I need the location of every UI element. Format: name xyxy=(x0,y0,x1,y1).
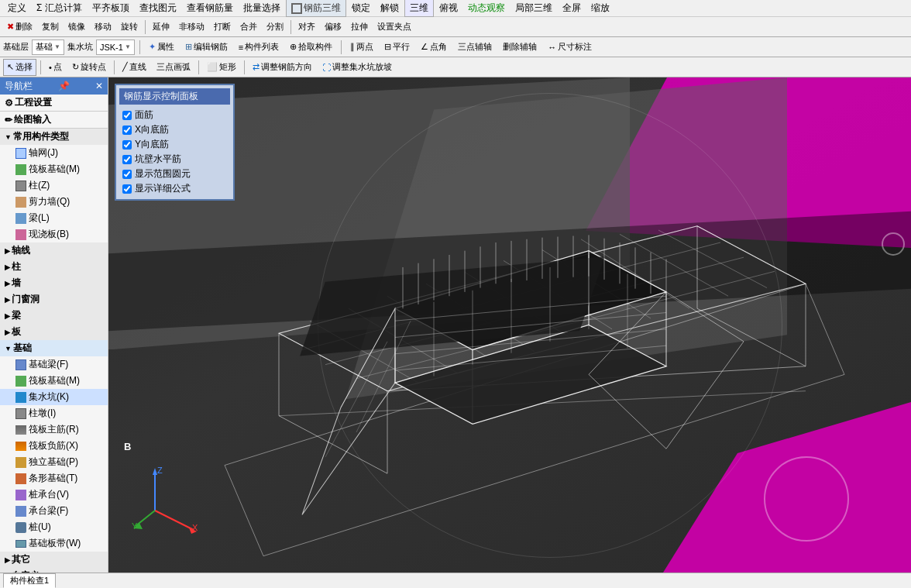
sidebar-item-col[interactable]: 柱(Z) xyxy=(0,177,108,194)
sidebar-item-draw-input[interactable]: ✏ 绘图输入 xyxy=(0,112,108,129)
rebar-control-panel[interactable]: 钢筋显示控制面板 面筋 X向底筋 Y向底筋 坑壁水平筋 显示范围圆元 xyxy=(115,84,235,201)
show-detail-formula-checkbox[interactable] xyxy=(122,184,132,194)
align-button[interactable]: 对齐 xyxy=(294,19,319,36)
delete-button[interactable]: ✖保存删除 xyxy=(3,19,36,36)
sidebar-group-beam[interactable]: ▶ 梁 xyxy=(0,308,108,324)
sidebar-group-foundation[interactable]: ▼ 基础 xyxy=(0,340,108,356)
sidebar-group-axis[interactable]: ▶ 轴线 xyxy=(0,242,108,259)
adjust-pit-slope-button[interactable]: ⛶ 调整集水坑放坡 xyxy=(318,59,396,76)
menu-item-zoom[interactable]: 缩放 xyxy=(586,0,614,16)
sidebar-item-cap-beam[interactable]: 承台梁(F) xyxy=(0,503,108,519)
pick-component-button[interactable]: ⊕ 拾取构件 xyxy=(286,39,336,56)
sidebar-item-shear-wall[interactable]: 剪力墙(Q) xyxy=(0,194,108,210)
mirror-button[interactable]: 镜像 xyxy=(64,19,89,36)
menu-item-rebar3d[interactable]: 钢筋三维 xyxy=(286,0,346,17)
sidebar-group-custom[interactable]: ▶ 自定义 xyxy=(0,568,108,573)
sidebar-item-raft-main-rebar[interactable]: 筏板主筋(R) xyxy=(0,421,108,438)
adjust-rebar-dir-button[interactable]: ⇄ 调整钢筋方向 xyxy=(249,59,316,76)
menu-item-calc[interactable]: Σ 汇总计算 xyxy=(32,0,87,16)
split-button[interactable]: 分割 xyxy=(263,19,287,36)
sidebar-item-eng-setup[interactable]: ⚙ 工程设置 xyxy=(0,95,108,112)
menu-item-batch[interactable]: 批量选择 xyxy=(239,0,285,16)
menu-item-3d[interactable]: 三维 xyxy=(404,0,434,17)
menu-item-find[interactable]: 查找图元 xyxy=(135,0,181,16)
offset-button[interactable]: 偏移 xyxy=(321,19,345,36)
sidebar-item-column-pier[interactable]: 柱墩(I) xyxy=(0,405,108,421)
three-point-aux-button[interactable]: 三点辅轴 xyxy=(454,39,496,56)
sidebar-item-sump[interactable]: 集水坑(K) xyxy=(0,389,108,405)
sidebar-group-other[interactable]: ▶ 其它 xyxy=(0,552,108,568)
sidebar-item-found-band[interactable]: 基础板带(W) xyxy=(0,535,108,552)
non-move-button[interactable]: 非移动 xyxy=(175,19,208,36)
break-button[interactable]: 打断 xyxy=(210,19,235,36)
rotate-point-button[interactable]: ↻ 旋转点 xyxy=(68,59,110,76)
sidebar-item-raft-foundation[interactable]: 筏板基础(M) xyxy=(0,373,108,389)
face-rebar-checkbox[interactable] xyxy=(122,111,132,120)
viewport[interactable]: Z X Y B 钢筋显示控制面板 面筋 X向底筋 xyxy=(108,77,911,573)
copy-button[interactable]: 复制 xyxy=(38,19,63,36)
col-icon xyxy=(15,181,26,191)
menu-item-lock[interactable]: 锁定 xyxy=(347,0,375,16)
pit-dropdown[interactable]: JSK-1 xyxy=(96,40,135,55)
sidebar-item-raft[interactable]: 筏板基础(M) xyxy=(0,161,108,177)
delete-aux-button[interactable]: 删除辅轴 xyxy=(499,39,541,56)
dimension-button[interactable]: ↔ 尺寸标注 xyxy=(544,39,596,56)
menu-item-view-rebar[interactable]: 查看钢筋量 xyxy=(182,0,238,16)
adjust-pit-icon: ⛶ xyxy=(322,63,331,72)
line-button[interactable]: ╱ 直线 xyxy=(119,59,150,76)
checkbox-x-bottom-rebar[interactable]: X向底筋 xyxy=(119,122,230,137)
select-button[interactable]: ↖ 选择 xyxy=(3,59,36,76)
menu-item-unlock[interactable]: 解锁 xyxy=(376,0,404,16)
component-list-button[interactable]: ≡ 构件列表 xyxy=(235,39,283,56)
sidebar-pin-icon[interactable]: 📌 xyxy=(58,81,70,91)
sidebar-group-door-window[interactable]: ▶ 门窗洞 xyxy=(0,291,108,308)
sidebar-group-wall[interactable]: ▶ 墙 xyxy=(0,275,108,291)
show-range-circle-checkbox[interactable] xyxy=(122,170,132,179)
sidebar-item-pile-cap[interactable]: 桩承台(V) xyxy=(0,487,108,503)
sidebar-item-grid[interactable]: 轴网(J) xyxy=(0,145,108,161)
checkbox-show-range-circle[interactable]: 显示范围圆元 xyxy=(119,167,230,181)
menu-item-fullscreen[interactable]: 全屏 xyxy=(558,0,586,16)
sidebar-item-pile[interactable]: 桩(U) xyxy=(0,519,108,535)
stretch-button[interactable]: 拉伸 xyxy=(347,19,372,36)
y-bottom-rebar-checkbox[interactable] xyxy=(122,140,132,150)
three-point-arc-button[interactable]: 三点画弧 xyxy=(153,59,194,76)
menu-item-local3d[interactable]: 局部三维 xyxy=(511,0,557,16)
menu-item-top-view[interactable]: 俯视 xyxy=(435,0,462,16)
x-bottom-rebar-checkbox[interactable] xyxy=(122,126,132,135)
sidebar-group-column[interactable]: ▶ 柱 xyxy=(0,259,108,275)
checkbox-face-rebar[interactable]: 面筋 xyxy=(119,108,230,122)
sidebar-group-slab[interactable]: ▶ 板 xyxy=(0,324,108,340)
menu-item-define[interactable]: 定义 xyxy=(3,0,31,16)
rect-button[interactable]: ⬜ 矩形 xyxy=(203,59,240,76)
two-point-button[interactable]: ∥ 两点 xyxy=(346,39,377,56)
checkbox-show-detail-formula[interactable]: 显示详细公式 xyxy=(119,181,230,196)
toolbar-row1: ✖保存删除 复制 镜像 移动 旋转 延伸 非移动 打断 合并 分割 对齐 偏移 … xyxy=(0,17,911,37)
checkbox-y-bottom-rebar[interactable]: Y向底筋 xyxy=(119,137,230,152)
rotate-button[interactable]: 旋转 xyxy=(117,19,142,36)
move-button[interactable]: 移动 xyxy=(91,19,115,36)
point-draw-button[interactable]: • 点 xyxy=(45,59,66,76)
set-point-button[interactable]: 设置夹点 xyxy=(373,19,415,36)
merge-button[interactable]: 合并 xyxy=(236,19,261,36)
pit-wall-rebar-checkbox[interactable] xyxy=(122,155,132,164)
dimension-icon: ↔ xyxy=(548,43,556,52)
extend-button[interactable]: 延伸 xyxy=(149,19,174,36)
sidebar-item-strip-found[interactable]: 条形基础(T) xyxy=(0,470,108,487)
parallel-button[interactable]: ⊟ 平行 xyxy=(380,39,414,56)
property-button[interactable]: ✦ 属性 xyxy=(145,39,178,56)
menu-item-dynamic[interactable]: 动态观察 xyxy=(463,0,510,16)
sidebar-item-cast-slab[interactable]: 现浇板(B) xyxy=(0,226,108,242)
menu-item-align[interactable]: 平齐板顶 xyxy=(88,0,134,16)
sidebar-item-beam[interactable]: 梁(L) xyxy=(0,210,108,226)
layer-dropdown[interactable]: 基础 xyxy=(32,40,64,55)
sidebar-close-icon[interactable]: ✕ xyxy=(95,81,103,91)
sidebar-item-standalone-found[interactable]: 独立基础(P) xyxy=(0,454,108,470)
svg-line-66 xyxy=(155,511,194,530)
point-angle-button[interactable]: ∠ 点角 xyxy=(417,39,451,56)
checkbox-pit-wall-rebar[interactable]: 坑壁水平筋 xyxy=(119,152,230,167)
edit-rebar-button[interactable]: ⊞ 编辑钢筋 xyxy=(181,39,232,56)
sidebar-item-foundation-beam[interactable]: 基础梁(F) xyxy=(0,356,108,373)
bottom-tab-check[interactable]: 构件检查1 xyxy=(3,573,56,588)
sidebar-item-raft-neg-rebar[interactable]: 筏板负筋(X) xyxy=(0,438,108,454)
